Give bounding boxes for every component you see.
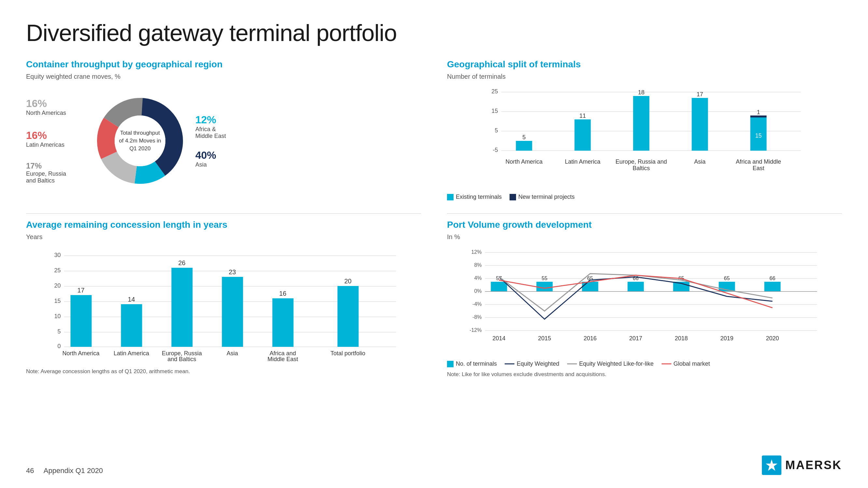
donut-section: Container throughput by geographical reg… <box>26 59 421 200</box>
svg-rect-18 <box>633 96 650 151</box>
bar-color <box>447 361 454 367</box>
svg-text:2017: 2017 <box>629 335 642 341</box>
existing-terminals-legend: Existing terminals <box>447 194 502 200</box>
svg-text:2016: 2016 <box>584 335 596 341</box>
asia-label: 40% Asia <box>195 149 226 168</box>
svg-text:North America: North America <box>62 350 100 357</box>
svg-text:North America: North America <box>505 158 543 165</box>
svg-text:18: 18 <box>638 89 644 96</box>
svg-text:25: 25 <box>491 88 498 95</box>
svg-text:17: 17 <box>77 287 84 294</box>
svg-text:23: 23 <box>228 268 236 275</box>
port-volume-note: Note: Like for like volumes exclude dive… <box>447 371 842 378</box>
donut-right-labels: 12% Africa &Middle East 40% Asia <box>195 114 226 168</box>
svg-text:2014: 2014 <box>492 335 505 341</box>
donut-chart: Total throughput of 4.2m Moves in Q1 202… <box>91 92 189 190</box>
svg-text:2020: 2020 <box>766 335 779 341</box>
svg-text:Europe, Russia: Europe, Russia <box>162 350 202 357</box>
main-grid: Container throughput by geographical reg… <box>26 59 842 378</box>
svg-marker-103 <box>766 459 777 471</box>
like-color <box>567 363 577 364</box>
svg-text:-4%: -4% <box>472 301 482 307</box>
geo-split-svg: 25 15 5 -5 5 11 18 17 15 <box>447 86 842 190</box>
svg-rect-49 <box>121 304 142 347</box>
donut-subtitle: Equity weighted crane moves, % <box>26 73 421 80</box>
port-volume-section: Port Volume growth development In % 12% … <box>447 214 842 378</box>
svg-rect-53 <box>222 277 243 347</box>
svg-text:0%: 0% <box>474 288 482 294</box>
concession-note: Note: Average concession lengths as of Q… <box>26 368 421 375</box>
concession-section: Average remaining concession length in y… <box>26 214 421 378</box>
svg-text:66: 66 <box>770 275 776 281</box>
svg-text:26: 26 <box>178 259 185 266</box>
latin-americas-label: 16% Latin Americas <box>26 129 85 148</box>
north-americas-label: 16% North Americas <box>26 98 85 117</box>
svg-text:Total portfolio: Total portfolio <box>331 350 365 357</box>
donut-title: Container throughput by geographical reg… <box>26 59 421 70</box>
footer-left: 46 Appendix Q1 2020 <box>26 466 103 475</box>
svg-text:East: East <box>752 165 764 171</box>
svg-text:12%: 12% <box>471 249 482 255</box>
svg-text:1: 1 <box>757 109 760 116</box>
footer: 46 Appendix Q1 2020 MAERSK <box>26 455 842 475</box>
svg-text:Asia: Asia <box>694 158 706 165</box>
svg-text:0: 0 <box>57 343 61 349</box>
port-volume-legend: No. of terminals Equity Weighted Equity … <box>447 360 842 367</box>
existing-color <box>447 194 454 200</box>
svg-text:Asia: Asia <box>227 350 238 357</box>
concession-svg: 30 25 20 15 10 5 0 17 14 26 23 <box>26 246 421 363</box>
maersk-wordmark: MAERSK <box>785 458 842 472</box>
svg-rect-55 <box>273 298 294 347</box>
svg-text:Middle East: Middle East <box>267 356 298 362</box>
concession-ylabel: Years <box>26 233 421 241</box>
svg-text:20: 20 <box>54 282 61 289</box>
global-color <box>661 363 671 364</box>
svg-text:11: 11 <box>579 112 586 119</box>
donut-center-text: Total throughput of 4.2m Moves in Q1 202… <box>119 129 161 152</box>
svg-text:15: 15 <box>755 132 762 139</box>
maersk-logo: MAERSK <box>762 455 842 475</box>
svg-text:2015: 2015 <box>538 335 551 341</box>
appendix-label: Appendix Q1 2020 <box>43 466 103 475</box>
svg-text:17: 17 <box>696 91 703 98</box>
svg-rect-14 <box>516 141 532 151</box>
svg-rect-57 <box>338 286 359 347</box>
svg-text:Latin America: Latin America <box>565 158 601 165</box>
concession-title: Average remaining concession length in y… <box>26 220 421 230</box>
svg-text:and Baltics: and Baltics <box>167 356 196 362</box>
svg-text:20: 20 <box>344 278 351 285</box>
svg-rect-20 <box>692 98 708 151</box>
svg-text:30: 30 <box>54 252 61 258</box>
equity-weighted-legend: Equity Weighted <box>505 360 559 367</box>
svg-rect-16 <box>575 120 591 151</box>
new-projects-legend: New terminal projects <box>509 194 575 200</box>
equity-color <box>505 363 515 364</box>
svg-text:Baltics: Baltics <box>632 165 650 171</box>
no-terminals-legend: No. of terminals <box>447 360 497 367</box>
donut-left-labels: 16% North Americas 16% Latin Americas 17… <box>26 98 85 184</box>
geo-split-section: Geographical split of terminals Number o… <box>447 59 842 200</box>
svg-text:5: 5 <box>522 134 526 140</box>
svg-text:-5: -5 <box>493 147 498 153</box>
page-title: Diversified gateway terminal portfolio <box>26 20 842 46</box>
svg-rect-81 <box>491 282 507 292</box>
svg-text:-8%: -8% <box>472 314 482 320</box>
svg-text:8%: 8% <box>474 262 482 268</box>
svg-text:5: 5 <box>495 127 498 134</box>
svg-text:5: 5 <box>57 328 61 335</box>
svg-text:15: 15 <box>54 298 61 304</box>
geo-split-title: Geographical split of terminals <box>447 59 842 70</box>
svg-text:25: 25 <box>54 267 61 273</box>
port-volume-ylabel: In % <box>447 233 842 241</box>
africa-label: 12% Africa &Middle East <box>195 114 226 139</box>
svg-text:4%: 4% <box>474 275 482 281</box>
port-volume-chart: 12% 8% 4% 0% -4% -8% -12% 57 55 65 66 <box>447 246 842 378</box>
svg-rect-24 <box>750 116 767 118</box>
like-for-like-legend: Equity Weighted Like-for-like <box>567 360 654 367</box>
svg-text:10: 10 <box>54 313 61 320</box>
svg-text:65: 65 <box>724 275 730 281</box>
svg-text:2018: 2018 <box>675 335 688 341</box>
svg-rect-47 <box>71 295 92 347</box>
svg-text:16: 16 <box>279 290 286 297</box>
svg-rect-87 <box>628 282 644 292</box>
